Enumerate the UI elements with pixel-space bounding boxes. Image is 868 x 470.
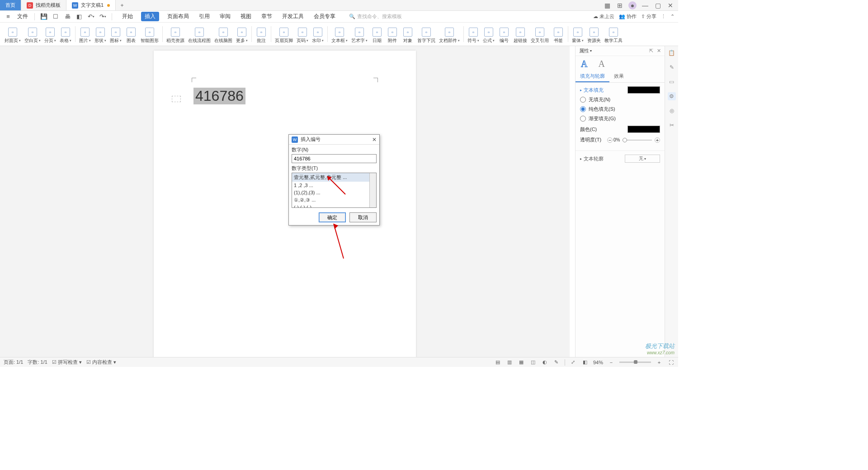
collab-button[interactable]: 👥协作 — [619, 13, 637, 20]
tool-location-icon[interactable]: ◎ — [668, 107, 676, 115]
tab-chapter[interactable]: 章节 — [259, 12, 274, 21]
section-text-fill[interactable]: ▸文本填充 — [580, 86, 660, 94]
more-menu[interactable]: ⋮ — [661, 14, 666, 19]
panel-close-icon[interactable]: ✕ — [657, 48, 661, 54]
ribbon-flow[interactable]: ▫在线流程图 — [186, 24, 212, 45]
opacity-minus[interactable]: − — [607, 137, 613, 143]
tab-effects[interactable]: 效果 — [609, 71, 628, 82]
apps-icon[interactable]: ⊞ — [616, 1, 624, 9]
tab-reference[interactable]: 引用 — [197, 12, 212, 21]
ribbon-shape[interactable]: ▫形状▾ — [93, 24, 108, 45]
zoom-slider[interactable] — [619, 362, 651, 363]
avatar-icon[interactable]: ● — [628, 1, 637, 9]
ribbon-mind[interactable]: ▫在线脑图 — [212, 24, 234, 45]
redo-icon[interactable]: ↷▾ — [98, 12, 107, 21]
file-menu[interactable]: 文件 — [17, 13, 28, 20]
mode-outline[interactable]: A — [581, 59, 587, 69]
ribbon-date[interactable]: ▫日期 — [369, 24, 385, 45]
max-icon[interactable]: ▢ — [654, 1, 662, 9]
zoom-out-icon[interactable]: − — [608, 359, 615, 366]
opacity-slider[interactable] — [623, 140, 652, 141]
section-text-outline[interactable]: ▸文本轮廓 无 ▾ — [580, 155, 660, 163]
preview-icon[interactable]: ◧ — [75, 12, 84, 21]
tab-page-layout[interactable]: 页面布局 — [165, 12, 191, 21]
ribbon-docpart[interactable]: ▫文档部件▾ — [437, 24, 462, 45]
ribbon-bookmark[interactable]: ▫书签 — [551, 24, 566, 45]
tool-brush-icon[interactable]: ✎ — [668, 63, 676, 71]
ribbon-textbox[interactable]: ▫文本框▾ — [330, 24, 349, 45]
ribbon-equation[interactable]: ▫公式▾ — [481, 24, 496, 45]
ribbon-symbol[interactable]: ▫符号▾ — [466, 24, 481, 45]
radio-gradient-fill[interactable]: 渐变填充(G) — [580, 115, 660, 122]
edit-mode-icon[interactable]: ✎ — [553, 359, 560, 366]
fit-width-icon[interactable]: ⤢ — [570, 359, 577, 366]
status-page[interactable]: 页面: 1/1 — [4, 359, 23, 366]
selected-text[interactable]: 416786 — [193, 88, 245, 104]
opacity-plus[interactable]: + — [655, 137, 660, 143]
tool-settings-icon[interactable]: ⚙ — [668, 92, 676, 100]
ribbon-xref-s[interactable]: ▫交叉引用 — [529, 24, 551, 45]
number-input[interactable] — [292, 154, 377, 163]
view-web-icon[interactable]: ▦ — [518, 359, 525, 366]
cancel-button[interactable]: 取消 — [349, 212, 377, 222]
ribbon-object-s[interactable]: ▫对象 — [400, 24, 415, 45]
ruler-icon[interactable]: ◧ — [581, 359, 589, 366]
tab-start[interactable]: 开始 — [120, 12, 135, 21]
ribbon-pagenum[interactable]: ▫页码▾ — [295, 24, 310, 45]
collapse-ribbon[interactable]: ⌃ — [670, 14, 675, 19]
panel-pin-icon[interactable]: ⇱ — [649, 48, 653, 54]
ribbon-attach[interactable]: ▫附件 — [385, 24, 400, 45]
saveas-icon[interactable]: ☐ — [51, 12, 60, 21]
hamburger-icon[interactable]: ≡ — [4, 12, 13, 21]
fullscreen-icon[interactable]: ⛶ — [667, 359, 675, 366]
tab-fill-outline[interactable]: 填充与轮廓 — [576, 71, 609, 82]
ribbon-cover[interactable]: ▫封面页▾ — [3, 24, 23, 45]
list-scroll-down[interactable]: ▼ — [371, 202, 375, 207]
tool-clipboard-icon[interactable]: 📋 — [668, 49, 676, 57]
tab-review[interactable]: 审阅 — [218, 12, 232, 21]
list-option-0[interactable]: 壹元整,贰元整,叁元整 ... — [292, 173, 370, 182]
ribbon-comment[interactable]: ▫批注 — [254, 24, 269, 45]
ribbon-smart[interactable]: ▫智能图形 — [139, 24, 160, 45]
layout-icon[interactable]: ▦ — [603, 1, 611, 9]
list-option-2[interactable]: (1),(2),(3) ... — [292, 189, 370, 196]
tool-clip-icon[interactable]: ✂ — [668, 121, 676, 129]
close-icon[interactable]: ✕ — [666, 1, 675, 9]
list-option-4[interactable]: (-),(-),(-) ... — [292, 204, 370, 208]
not-synced[interactable]: ☁未上云 — [593, 13, 614, 20]
ribbon-blank[interactable]: ▫空白页▾ — [23, 24, 42, 45]
zoom-value[interactable]: 94% — [593, 360, 603, 365]
ribbon-jxtool[interactable]: ▫教学工具 — [603, 24, 624, 45]
ribbon-window[interactable]: ▫窗体▾ — [570, 24, 585, 45]
ribbon-headerfooter[interactable]: ▫页眉页脚 — [273, 24, 295, 45]
min-icon[interactable]: — — [641, 1, 649, 9]
number-type-list[interactable]: 壹元整,贰元整,叁元整 ... 1 ,2 ,3 ... (1),(2),(3) … — [292, 173, 377, 208]
status-wordcount[interactable]: 字数: 1/1 — [28, 359, 47, 366]
ribbon-picture[interactable]: ▫图片▾ — [77, 24, 93, 45]
ribbon-icon[interactable]: ▫图标▾ — [108, 24, 123, 45]
tab-home[interactable]: 首页 — [0, 0, 21, 10]
share-button[interactable]: ⇧分享 — [641, 13, 656, 20]
theme-icon[interactable]: ◐ — [541, 359, 548, 366]
list-scroll-up[interactable]: ▲ — [371, 174, 375, 178]
dialog-titlebar[interactable]: W 插入编号 ✕ — [289, 135, 379, 145]
list-option-1[interactable]: 1 ,2 ,3 ... — [292, 182, 370, 189]
print-icon[interactable]: 🖶 — [63, 12, 72, 21]
ribbon-watermark[interactable]: ▫水印▾ — [310, 24, 326, 45]
status-contentcheck[interactable]: ☑ 内容检查 ▾ — [86, 359, 116, 366]
outline-select[interactable]: 无 ▾ — [625, 155, 660, 163]
paragraph-handle[interactable] — [172, 96, 181, 102]
mode-fill[interactable]: A — [598, 59, 604, 69]
ribbon-more[interactable]: ▫更多▾ — [234, 24, 250, 45]
view-print-icon[interactable]: ▤ — [494, 359, 501, 366]
save-icon[interactable]: 💾 — [39, 12, 48, 21]
tab-view[interactable]: 视图 — [239, 12, 253, 21]
undo-icon[interactable]: ↶▾ — [86, 12, 95, 21]
tab-developer[interactable]: 开发工具 — [280, 12, 306, 21]
tab-daoke-templates[interactable]: D 找稻壳模板 — [21, 0, 66, 10]
ribbon-chart[interactable]: ▫图表 — [123, 24, 139, 45]
tab-insert[interactable]: 插入 — [141, 12, 159, 21]
ribbon-number[interactable]: ▫编号 — [496, 24, 512, 45]
status-spellcheck[interactable]: ☑ 拼写检查 ▾ — [52, 359, 82, 366]
ribbon-pagebreak[interactable]: ▫分页▾ — [42, 24, 58, 45]
